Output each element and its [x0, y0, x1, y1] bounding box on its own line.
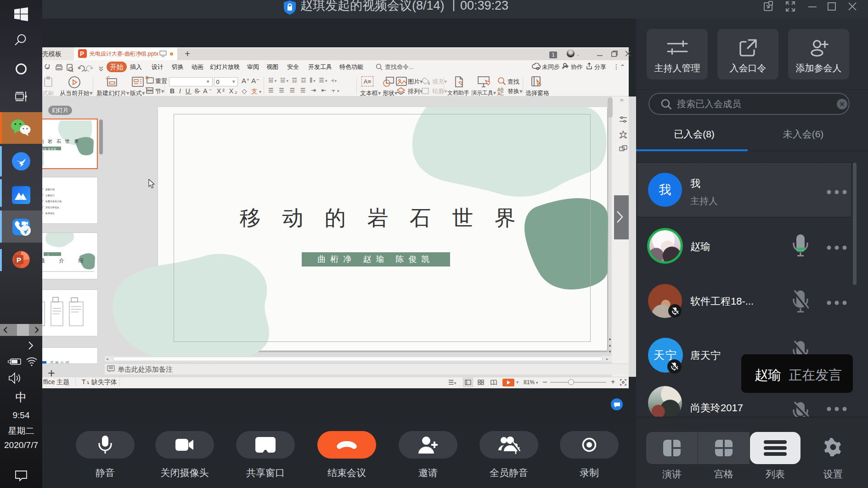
svg-text:误差分析优化: 误差分析优化 — [45, 206, 59, 209]
svg-text:的岩石世界: 的岩石世界 — [42, 139, 83, 144]
svg-text:选题介绍: 选题介绍 — [45, 188, 55, 191]
svg-text:方案设计: 方案设计 — [45, 194, 55, 197]
svg-text:效果演示: 效果演示 — [45, 212, 55, 215]
svg-text:净 赵瑜 陈俊凯: 净 赵瑜 陈俊凯 — [42, 148, 56, 151]
svg-text:选题介绍: 选题介绍 — [50, 361, 70, 364]
svg-text:题 介 绍: 题 介 绍 — [42, 258, 90, 263]
svg-text:P: P — [17, 256, 21, 264]
svg-text:装置开发及介绍: 装置开发及介绍 — [45, 200, 62, 203]
